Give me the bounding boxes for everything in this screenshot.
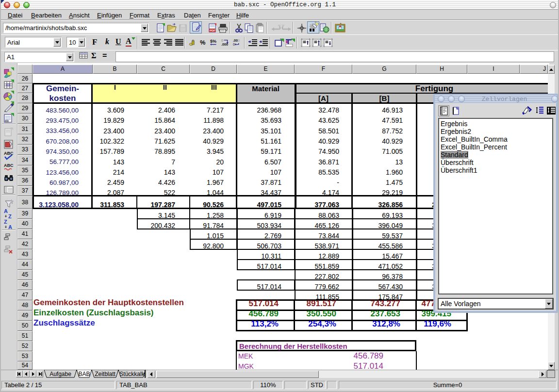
svg-text:Z: Z (8, 213, 12, 219)
svg-text:.000: .000 (221, 42, 228, 47)
svg-text:%: % (200, 39, 206, 46)
svg-text:Stückkalk: Stückkalk (119, 371, 145, 377)
svg-text:BAB: BAB (78, 371, 90, 377)
svg-text:A: A (4, 209, 8, 214)
svg-text:Z: Z (4, 219, 7, 225)
svg-text:$%: $% (210, 39, 216, 44)
svg-text:Aufgabe: Aufgabe (49, 371, 71, 377)
svg-text:ABC: ABC (4, 163, 14, 168)
svg-text:PDF: PDF (210, 29, 215, 32)
svg-text:0: 0 (233, 42, 235, 47)
svg-text:0: 0 (238, 38, 240, 43)
svg-text:0: 0 (221, 39, 223, 42)
svg-text:Zeitblatt: Zeitblatt (95, 371, 115, 377)
